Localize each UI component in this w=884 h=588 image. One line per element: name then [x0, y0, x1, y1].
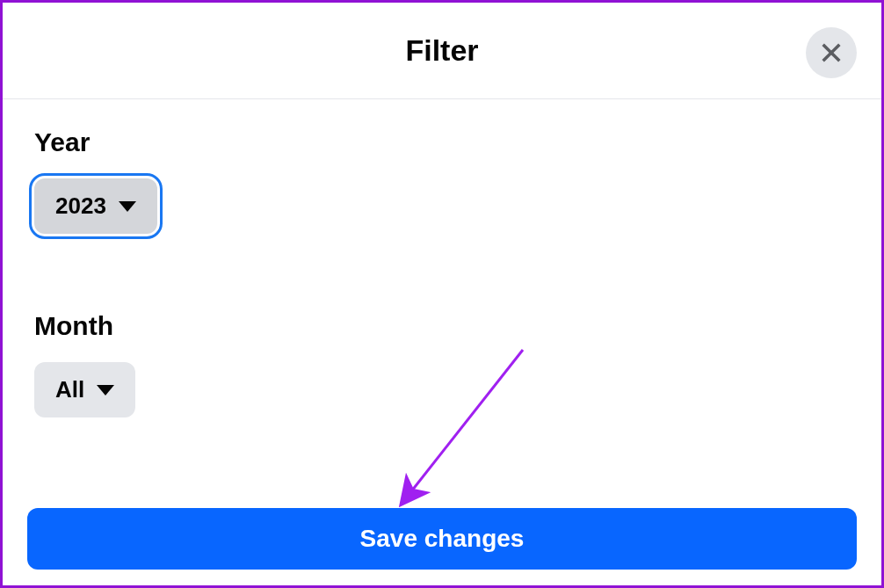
month-label: Month — [34, 311, 850, 341]
save-changes-button[interactable]: Save changes — [27, 508, 857, 570]
close-icon — [819, 40, 844, 65]
month-dropdown[interactable]: All — [34, 362, 135, 417]
dialog-title: Filter — [405, 33, 478, 68]
month-dropdown-value: All — [55, 376, 84, 403]
chevron-down-icon — [97, 385, 114, 396]
dialog-content: Year 2023 Month All — [3, 99, 881, 523]
year-group: Year 2023 — [34, 127, 850, 234]
month-group: Month All — [34, 311, 850, 417]
chevron-down-icon — [119, 201, 136, 212]
dialog-header: Filter — [3, 3, 881, 99]
close-button[interactable] — [806, 27, 857, 78]
year-dropdown[interactable]: 2023 — [34, 178, 157, 234]
year-label: Year — [34, 127, 850, 157]
year-dropdown-value: 2023 — [55, 192, 106, 220]
